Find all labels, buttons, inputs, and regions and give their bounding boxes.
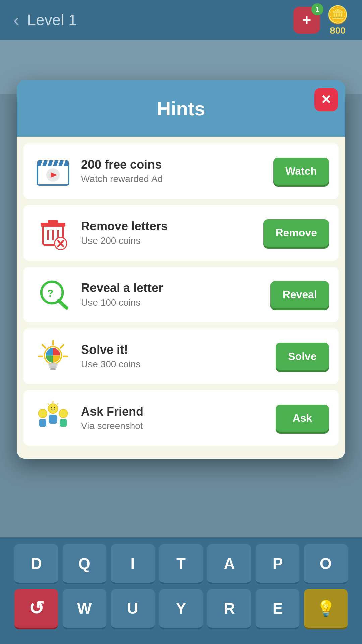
key-P[interactable]: P (256, 544, 299, 584)
svg-text:?: ? (47, 287, 53, 299)
svg-point-30 (48, 404, 58, 413)
svg-rect-40 (60, 419, 67, 427)
keyboard-row-1: D Q I T A P O (7, 544, 355, 584)
header-left: ‹ Level 1 (13, 11, 77, 29)
svg-line-32 (57, 403, 58, 404)
hint-name-remove: Remove letters (81, 219, 255, 233)
keyboard-row-2: ↺ W U Y R E 💡 (7, 589, 355, 629)
coins-display: 🪙 800 (327, 5, 349, 36)
svg-point-34 (51, 407, 52, 408)
svg-point-39 (59, 409, 67, 418)
key-I[interactable]: I (111, 544, 155, 584)
hint-name-ask: Ask Friend (81, 405, 267, 419)
svg-rect-11 (48, 220, 58, 223)
svg-line-23 (61, 345, 64, 348)
hint-desc-reveal: Use 100 coins (81, 297, 262, 308)
key-U[interactable]: U (111, 589, 155, 629)
header-right: + 1 🪙 800 (293, 5, 349, 36)
svg-line-33 (48, 403, 49, 404)
key-E[interactable]: E (256, 589, 299, 629)
reveal-icon-wrap: ? (33, 276, 73, 313)
svg-rect-36 (49, 415, 57, 424)
svg-point-37 (38, 409, 47, 418)
svg-rect-38 (39, 419, 46, 427)
solve-button[interactable]: Solve (276, 343, 329, 370)
header: ‹ Level 1 + 1 🪙 800 (0, 0, 362, 40)
watch-button[interactable]: Watch (273, 158, 329, 185)
hint-info-reveal: Reveal a letter Use 100 coins (81, 281, 262, 308)
hint-info-ask: Ask Friend Via screenshot (81, 405, 267, 431)
keyboard-area: D Q I T A P O ↺ W U Y R E 💡 (0, 537, 362, 644)
svg-rect-29 (50, 368, 56, 370)
plus-icon: + (302, 12, 311, 28)
watch-icon-wrap (33, 153, 73, 190)
hint-desc-remove: Use 200 coins (81, 235, 255, 246)
lightbulb-icon (35, 339, 71, 373)
hint-desc-solve: Use 300 coins (81, 359, 267, 370)
svg-line-22 (42, 345, 45, 348)
key-T[interactable]: T (159, 544, 203, 584)
back-button[interactable]: ‹ (13, 11, 19, 29)
refresh-button[interactable]: ↺ (14, 589, 58, 629)
hint-bulb-icon: 💡 (316, 599, 336, 618)
hint-row-watch: 200 free coins Watch rewarded Ad Watch (23, 143, 339, 199)
hint-info-remove: Remove letters Use 200 coins (81, 219, 255, 246)
solve-icon-wrap (33, 338, 73, 375)
close-button[interactable]: ✕ (314, 88, 338, 111)
coins-icon: 🪙 (327, 5, 349, 25)
svg-line-19 (59, 301, 67, 308)
hints-modal: Hints ✕ (17, 80, 345, 459)
key-O[interactable]: O (304, 544, 348, 584)
key-Y[interactable]: Y (159, 589, 203, 629)
key-Q[interactable]: Q (63, 544, 106, 584)
remove-button[interactable]: Remove (263, 219, 329, 247)
hint-name-reveal: Reveal a letter (81, 281, 262, 295)
hint-info-solve: Solve it! Use 300 coins (81, 343, 267, 370)
key-W[interactable]: W (63, 589, 106, 629)
hint-desc-ask: Via screenshot (81, 421, 267, 431)
hint-info-watch: 200 free coins Watch rewarded Ad (81, 158, 265, 184)
refresh-icon: ↺ (28, 597, 44, 619)
hint-row-remove: Remove letters Use 200 coins Remove (23, 205, 339, 261)
trash-icon (35, 216, 71, 250)
ask-icon-wrap (33, 399, 73, 436)
friends-icon (35, 401, 71, 435)
clapperboard-icon (35, 154, 71, 188)
svg-rect-28 (49, 366, 57, 368)
modal-header: Hints ✕ (17, 80, 345, 137)
hint-name-solve: Solve it! (81, 343, 267, 357)
close-icon: ✕ (321, 93, 331, 106)
reveal-button[interactable]: Reveal (270, 281, 329, 308)
coins-amount: 800 (330, 25, 346, 36)
key-R[interactable]: R (207, 589, 251, 629)
notification-badge: 1 (311, 3, 323, 15)
key-D[interactable]: D (14, 544, 58, 584)
level-title: Level 1 (27, 11, 77, 29)
plus-button[interactable]: + 1 (293, 7, 320, 34)
hint-row-ask: Ask Friend Via screenshot Ask (23, 390, 339, 446)
key-A[interactable]: A (207, 544, 251, 584)
magnify-icon: ? (35, 278, 71, 311)
hint-desc-watch: Watch rewarded Ad (81, 174, 265, 184)
modal-body: 200 free coins Watch rewarded Ad Watch (17, 137, 345, 459)
remove-icon-wrap (33, 214, 73, 251)
ask-button[interactable]: Ask (276, 405, 329, 432)
hint-button[interactable]: 💡 (304, 589, 348, 629)
hint-row-reveal: ? Reveal a letter Use 100 coins Reveal (23, 267, 339, 322)
modal-title: Hints (157, 98, 205, 119)
svg-rect-27 (48, 363, 57, 366)
hint-name-watch: 200 free coins (81, 158, 265, 172)
hint-row-solve: Solve it! Use 300 coins Solve (23, 328, 339, 384)
svg-point-35 (54, 407, 55, 408)
